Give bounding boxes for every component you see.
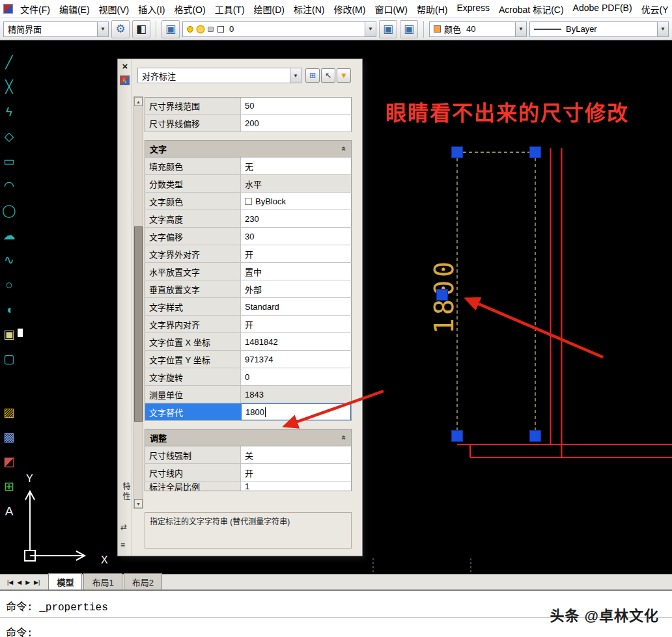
property-row-15: 文字旋转0 bbox=[145, 368, 352, 386]
pickadd-toggle-button[interactable]: ⊞ bbox=[305, 68, 320, 83]
layer-freeze-icon[interactable] bbox=[197, 26, 204, 33]
property-label: 标注全局比例 bbox=[145, 481, 241, 491]
quick-select-button[interactable]: ▼ bbox=[337, 68, 351, 83]
linetype-combo[interactable]: ByLayer ▼ bbox=[529, 21, 669, 37]
chevron-down-icon[interactable]: ▼ bbox=[657, 22, 668, 36]
menu-item-10[interactable]: 帮助(H) bbox=[412, 3, 452, 16]
funnel-icon: ▼ bbox=[340, 71, 348, 80]
property-value[interactable]: 无 bbox=[241, 157, 351, 174]
property-label: 文字颜色 bbox=[145, 193, 241, 210]
property-value[interactable]: 30 bbox=[241, 228, 351, 245]
color-swatch-icon bbox=[245, 198, 252, 205]
make-object-layer-current-button[interactable]: ▣ bbox=[379, 20, 397, 38]
layer-lock-icon[interactable] bbox=[208, 27, 214, 32]
layer-combo[interactable]: 0 ▼ bbox=[182, 21, 376, 37]
visual-style-button[interactable]: ◧ bbox=[132, 20, 150, 38]
property-value[interactable]: 200 bbox=[241, 115, 351, 131]
property-value[interactable]: 1481842 bbox=[241, 333, 351, 350]
menu-item-14[interactable]: 优云(Y bbox=[637, 3, 672, 16]
scroll-up-icon[interactable]: ▲ bbox=[134, 97, 143, 106]
text-caret bbox=[265, 407, 266, 417]
property-value[interactable]: 关 bbox=[241, 446, 351, 463]
property-label: 测量单位 bbox=[145, 386, 241, 403]
property-value-text: 关 bbox=[245, 449, 253, 461]
gear-icon: ⚙ bbox=[115, 22, 125, 36]
menu-item-5[interactable]: 工具(T) bbox=[210, 3, 249, 16]
menu-item-2[interactable]: 视图(V) bbox=[94, 3, 134, 16]
tab-nav-button-3[interactable]: ▶| bbox=[32, 579, 42, 586]
tab-模型[interactable]: 模型 bbox=[48, 573, 82, 590]
palette-menu-icon[interactable]: ≡ bbox=[120, 541, 125, 550]
property-value[interactable]: 1843 bbox=[241, 386, 351, 403]
stray-marker bbox=[18, 329, 23, 337]
palette-section-18[interactable]: 调整« bbox=[145, 429, 352, 446]
property-value[interactable]: 971374 bbox=[241, 351, 351, 368]
menu-item-13[interactable]: Adobe PDF(B) bbox=[568, 3, 637, 16]
object-lines[interactable] bbox=[457, 148, 672, 457]
property-row-8: 文字界外对齐开 bbox=[145, 245, 352, 263]
scroll-down-icon[interactable]: ▼ bbox=[134, 499, 143, 508]
autohide-icon[interactable]: ⇄ bbox=[120, 522, 127, 532]
tab-nav-button-1[interactable]: ◀ bbox=[15, 579, 23, 586]
pickadd-icon: ⊞ bbox=[309, 71, 316, 80]
property-value[interactable]: 外部 bbox=[241, 280, 351, 297]
property-value-text: 1843 bbox=[245, 390, 264, 400]
tab-布局1[interactable]: 布局1 bbox=[83, 573, 122, 590]
property-value-text: 1481842 bbox=[245, 337, 278, 347]
property-row-6: 文字高度230 bbox=[145, 210, 352, 228]
menu-item-0[interactable]: 文件(F) bbox=[16, 3, 55, 16]
menu-item-8[interactable]: 修改(M) bbox=[329, 3, 370, 16]
property-value[interactable]: 230 bbox=[241, 210, 351, 227]
property-value[interactable]: 1800 bbox=[241, 403, 351, 420]
close-icon[interactable]: × bbox=[120, 61, 130, 72]
property-value-text: 水平 bbox=[245, 178, 262, 190]
scrollbar-thumb[interactable] bbox=[134, 226, 143, 422]
workspace-combo[interactable]: 精简界面 ▼ bbox=[3, 21, 109, 37]
property-label: 文字高度 bbox=[145, 210, 241, 227]
color-combo[interactable]: 颜色 40 ▼ bbox=[429, 21, 527, 37]
property-value[interactable]: 开 bbox=[241, 245, 351, 262]
chevron-down-icon[interactable]: ▼ bbox=[515, 22, 526, 36]
select-objects-button[interactable]: ↖ bbox=[321, 68, 335, 83]
layer-properties-button[interactable]: ▣ bbox=[161, 20, 180, 38]
palette-section-2[interactable]: 文字« bbox=[145, 140, 352, 157]
palette-scrollbar[interactable]: ▲ ▼ bbox=[133, 96, 143, 509]
chevron-down-icon[interactable]: ▼ bbox=[365, 22, 376, 36]
property-value[interactable]: 开 bbox=[241, 464, 351, 481]
layer-on-icon[interactable] bbox=[187, 26, 193, 33]
menu-item-9[interactable]: 窗口(W) bbox=[370, 3, 412, 16]
property-value[interactable]: 0 bbox=[241, 368, 351, 385]
menu-item-7[interactable]: 标注(N) bbox=[289, 3, 329, 16]
menu-item-11[interactable]: Express bbox=[452, 3, 494, 16]
property-value[interactable]: ByBlock bbox=[241, 193, 351, 210]
collapse-chevron-icon[interactable]: « bbox=[339, 146, 349, 151]
property-value[interactable]: 1 bbox=[241, 481, 351, 491]
chevron-down-icon[interactable]: ▼ bbox=[290, 68, 301, 83]
property-value-text: 1 bbox=[245, 481, 249, 491]
property-value[interactable]: 水平 bbox=[241, 175, 351, 192]
property-row-7: 文字偏移30 bbox=[145, 228, 352, 245]
menu-item-4[interactable]: 格式(O) bbox=[169, 3, 210, 16]
menu-item-1[interactable]: 编辑(E) bbox=[55, 3, 94, 16]
property-label: 文字界内对齐 bbox=[145, 316, 241, 332]
menu-item-3[interactable]: 插入(I) bbox=[133, 3, 169, 16]
property-value-text: 无 bbox=[245, 160, 253, 172]
command-area[interactable]: 命令: _properties 命令: 头条 @卓林文化 bbox=[0, 590, 672, 637]
property-value[interactable]: 开 bbox=[241, 316, 351, 332]
object-type-combo[interactable]: 对齐标注 ▼ bbox=[137, 68, 301, 83]
tab-nav-button-0[interactable]: |◀ bbox=[5, 579, 15, 586]
menu-item-6[interactable]: 绘图(D) bbox=[249, 3, 289, 16]
menu-item-12[interactable]: Acrobat 标记(C) bbox=[494, 3, 568, 16]
property-value[interactable]: Standard bbox=[241, 298, 351, 315]
property-value[interactable]: 置中 bbox=[241, 263, 351, 280]
property-value[interactable]: 50 bbox=[241, 98, 351, 114]
stray-dashes bbox=[373, 558, 471, 573]
workspace-settings-button[interactable]: ⚙ bbox=[111, 20, 130, 38]
tab-nav-button-2[interactable]: ▶ bbox=[23, 579, 32, 586]
section-label: 文字 bbox=[150, 142, 342, 155]
chevron-down-icon[interactable]: ▼ bbox=[97, 22, 108, 36]
tab-布局2[interactable]: 布局2 bbox=[124, 573, 162, 590]
collapse-chevron-icon[interactable]: « bbox=[339, 435, 349, 440]
layer-previous-button[interactable]: ▣ bbox=[400, 20, 418, 38]
property-value-text: 30 bbox=[245, 232, 254, 241]
